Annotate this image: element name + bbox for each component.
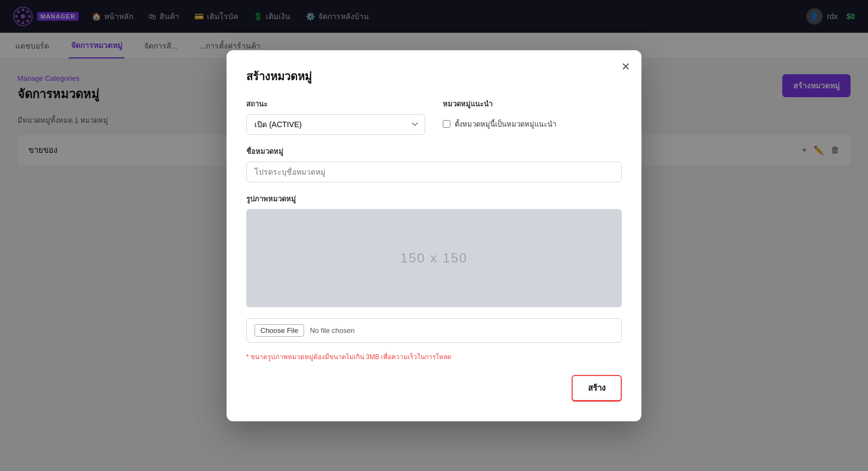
status-label: สถานะ bbox=[246, 98, 425, 110]
featured-group: หมวดหมู่แนะนำ ตั้งหมวดหมู่นี้เป็นหมวดหมู… bbox=[443, 98, 622, 135]
choose-file-button[interactable]: Choose File bbox=[254, 324, 304, 337]
no-file-text: No file chosen bbox=[310, 326, 354, 335]
featured-label: หมวดหมู่แนะนำ bbox=[443, 98, 622, 110]
name-label: ชื่อหมวดหมู่ bbox=[246, 146, 622, 157]
create-category-modal: สร้างหมวดหมู่ ✕ สถานะ เปิด (ACTIVE)ปิด (… bbox=[227, 50, 641, 421]
modal-overlay: สร้างหมวดหมู่ ✕ สถานะ เปิด (ACTIVE)ปิด (… bbox=[0, 0, 868, 471]
modal-footer: สร้าง bbox=[246, 375, 622, 402]
form-top-row: สถานะ เปิด (ACTIVE)ปิด (INACTIVE) หมวดหม… bbox=[246, 98, 622, 135]
featured-checkbox-label: ตั้งหมวดหมู่นี้เป็นหมวดหมู่แนะนำ bbox=[455, 118, 556, 130]
image-preview: 150 x 150 bbox=[246, 209, 622, 307]
featured-checkbox[interactable] bbox=[443, 120, 450, 128]
featured-checkbox-row: ตั้งหมวดหมู่นี้เป็นหมวดหมู่แนะนำ bbox=[443, 118, 622, 130]
modal-close-button[interactable]: ✕ bbox=[621, 61, 631, 72]
file-size-hint: * ขนาดรูปภาพหมวดหมู่ต้องมีขนาดไม่เกิน 3M… bbox=[246, 351, 622, 362]
file-input-wrapper: Choose File No file chosen bbox=[246, 318, 622, 343]
modal-title: สร้างหมวดหมู่ bbox=[246, 68, 622, 85]
status-select[interactable]: เปิด (ACTIVE)ปิด (INACTIVE) bbox=[246, 114, 425, 135]
name-group: ชื่อหมวดหมู่ bbox=[246, 146, 622, 182]
status-group: สถานะ เปิด (ACTIVE)ปิด (INACTIVE) bbox=[246, 98, 425, 135]
category-name-input[interactable] bbox=[246, 162, 622, 182]
image-label: รูปภาพหมวดหมู่ bbox=[246, 193, 622, 205]
submit-button[interactable]: สร้าง bbox=[572, 375, 622, 402]
image-group: รูปภาพหมวดหมู่ 150 x 150 Choose File No … bbox=[246, 193, 622, 362]
